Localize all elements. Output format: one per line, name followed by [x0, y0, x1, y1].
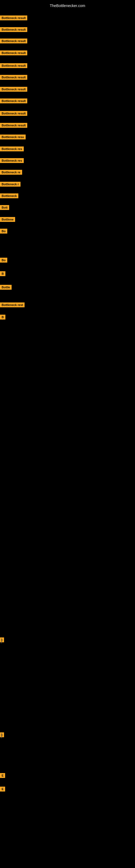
- bottleneck-badge: Bo: [0, 229, 7, 234]
- bottleneck-badge: Bottleneck result: [0, 98, 27, 103]
- bottleneck-badge: Bottleneck result: [0, 75, 27, 80]
- bottleneck-badge: Bo: [0, 258, 7, 262]
- bottleneck-badge: Bottlene: [0, 217, 15, 222]
- vertical-line-1: |: [1, 638, 2, 644]
- bottleneck-badge: Bottleneck result: [0, 16, 27, 20]
- bottleneck-badge: Bottleneck result: [0, 51, 27, 55]
- bottleneck-badge: Bottleneck rest: [0, 303, 25, 307]
- bottleneck-badge: Bottleneck result: [0, 123, 27, 128]
- bottleneck-badge: Bottleneck result: [0, 38, 27, 43]
- vertical-line-2: |: [1, 733, 2, 739]
- bottleneck-badge: Bottleneck result: [0, 27, 27, 32]
- bottleneck-badge-e2: E: [0, 786, 5, 792]
- bottleneck-badge: Bottleneck result: [0, 87, 27, 92]
- bottleneck-badge: Bottleneck r: [0, 182, 20, 187]
- bottleneck-badge: Bottleneck: [0, 193, 18, 198]
- bottleneck-badge: B: [0, 315, 5, 319]
- bottleneck-badge: Bottle: [0, 285, 12, 290]
- site-title: TheBottlenecker.com: [0, 1, 135, 10]
- bottleneck-badge: Bottleneck re: [0, 170, 22, 175]
- bottleneck-badge-e1: E: [0, 773, 5, 778]
- bottleneck-badge: Bottleneck res: [0, 147, 24, 151]
- bottleneck-badge: Bottleneck result: [0, 63, 27, 68]
- bottleneck-badge: Bott: [0, 205, 9, 210]
- bottleneck-badge: Bottleneck result: [0, 111, 27, 116]
- bottleneck-badge: Bottleneck res: [0, 158, 24, 163]
- bottleneck-badge: Bottleneck resu: [0, 134, 26, 140]
- bottleneck-badge: B: [0, 271, 5, 276]
